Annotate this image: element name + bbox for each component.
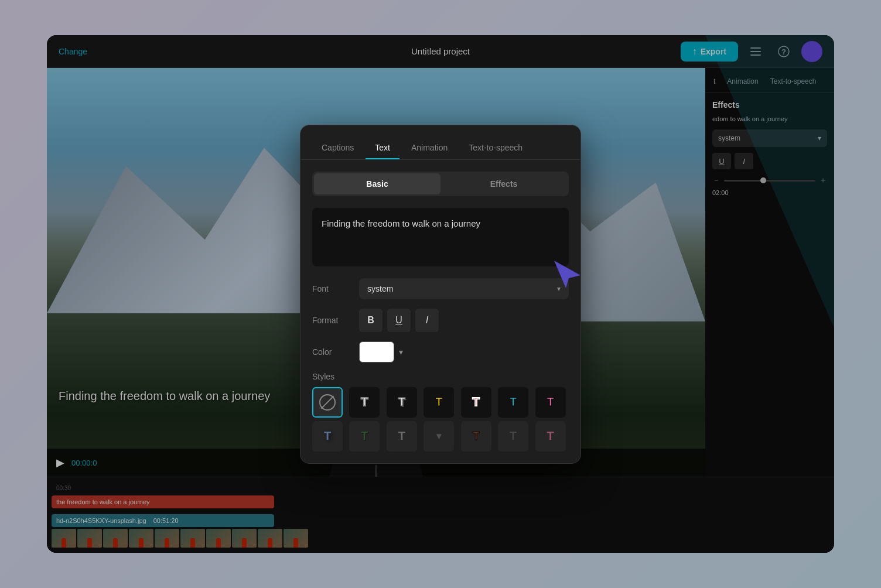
bold-button[interactable]: B [359,309,383,332]
style-cyan[interactable]: T [498,387,528,418]
modal-overlay[interactable]: Captions Text Animation Text-to-speech B… [0,0,881,588]
font-label: Font [312,284,359,293]
text-area-container[interactable]: Finding the freedom to walk on a journey [312,208,569,266]
style-brown[interactable]: T [461,421,491,452]
styles-label: Styles [312,372,569,381]
font-value: system [367,284,393,293]
color-row: Color ▾ [312,341,569,363]
text-editor-modal: Captions Text Animation Text-to-speech B… [300,125,581,464]
font-row: Font system ▾ [312,278,569,299]
style-gray[interactable]: T [387,421,417,452]
style-dark-green[interactable]: T [349,421,380,452]
tab-text[interactable]: Text [366,137,399,159]
style-pink[interactable]: T [535,387,566,418]
italic-button[interactable]: I [415,309,439,332]
text-content[interactable]: Finding the freedom to walk on a journey [322,217,559,231]
font-dropdown[interactable]: system ▾ [359,278,569,299]
modal-tabs: Captions Text Animation Text-to-speech [301,125,580,160]
format-buttons: B U I [359,309,439,332]
style-red-outline[interactable]: T [461,387,491,418]
style-yellow[interactable]: T [424,387,454,418]
format-row: Format B U I [312,309,569,332]
style-plain[interactable]: T [349,387,380,418]
tab-animation[interactable]: Animation [402,137,457,159]
style-dark2[interactable]: T [498,421,528,452]
tab-text-to-speech[interactable]: Text-to-speech [459,137,532,159]
color-picker-row: ▾ [359,341,403,363]
basic-effects-toggle: Basic Effects [312,172,569,196]
style-outline[interactable]: T [387,387,417,418]
modal-body: Basic Effects Finding the freedom to wal… [301,160,580,463]
svg-marker-5 [554,261,580,288]
style-pink2[interactable]: T [535,421,566,452]
underline-button[interactable]: U [387,309,411,332]
style-none[interactable] [312,387,343,418]
color-chevron-icon[interactable]: ▾ [399,347,403,357]
style-chevron-down[interactable]: ▾ [424,421,454,452]
color-label: Color [312,347,359,357]
styles-grid: T T T T T T T T T ▾ T T T [312,387,569,452]
effects-toggle-button[interactable]: Effects [440,173,567,194]
style-shadow[interactable]: T [312,421,343,452]
no-style-icon [319,394,336,411]
styles-section: Styles T T T T T T T T T ▾ [312,372,569,452]
format-label: Format [312,316,359,325]
basic-toggle-button[interactable]: Basic [314,173,440,194]
color-swatch[interactable] [359,341,394,363]
tab-captions[interactable]: Captions [312,137,363,159]
